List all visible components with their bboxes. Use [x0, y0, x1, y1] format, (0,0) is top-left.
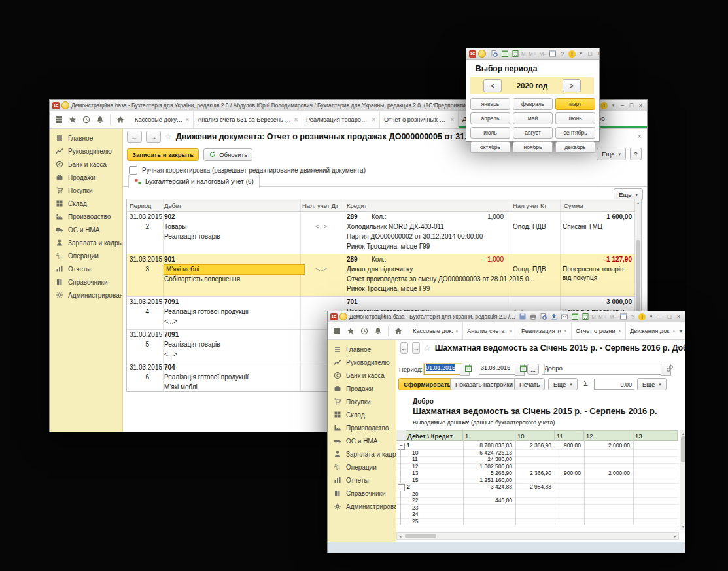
sidebar-item-производство[interactable]: Производство — [328, 421, 396, 434]
tab-overflow-icon[interactable]: ▾ — [677, 328, 685, 334]
date-to-field[interactable]: 31.08.2016 — [479, 364, 517, 375]
grid-icon[interactable] — [333, 327, 341, 335]
memory-buttons[interactable]: M M+ M- — [521, 51, 547, 57]
info-dropdown-icon[interactable]: ▾ — [610, 103, 617, 108]
sidebar-item-руководителю[interactable]: Руководителю — [328, 356, 396, 369]
popup-titlebar[interactable]: 1С Выбор п... (1С:Предприятие) M M+ M-?i… — [466, 48, 599, 60]
tab-4[interactable]: Движения док...× — [626, 322, 677, 339]
close-button[interactable]: × — [675, 313, 682, 320]
tab-2[interactable]: Реализация товаров и услуг× — [302, 111, 380, 128]
scroll-right-icon[interactable]: ► — [672, 534, 678, 538]
quick-menu-icon[interactable] — [339, 313, 347, 320]
titlebar-help-button[interactable]: ? — [559, 50, 566, 57]
tab-close-icon[interactable]: × — [672, 328, 676, 334]
info-dropdown-icon[interactable]: ▾ — [648, 314, 655, 319]
sidebar-item-операции[interactable]: ДтКтОперации — [50, 249, 122, 262]
maximize-button[interactable]: □ — [587, 50, 594, 57]
sidebar-item-администрирование[interactable]: Администрирование — [328, 500, 396, 513]
bell-icon[interactable] — [96, 116, 104, 124]
movement-entry-2[interactable]: 31.03.2015902289Кол.:1,0001 600,002Товар… — [127, 212, 641, 254]
close-button[interactable]: × — [596, 50, 599, 57]
scroll-thumb[interactable] — [405, 534, 436, 538]
more-button[interactable]: Еще▾ — [597, 148, 626, 160]
star-icon[interactable] — [69, 116, 77, 124]
tab-close-icon[interactable]: × — [372, 116, 375, 123]
home-icon[interactable] — [116, 116, 124, 124]
sidebar-item-ос-и-нма[interactable]: ОС и НМА — [50, 223, 122, 236]
date-from-field[interactable]: 01.01.2015 — [424, 364, 462, 375]
close-button[interactable]: × — [637, 102, 644, 109]
calculator-icon[interactable] — [511, 50, 519, 58]
favorite-star-icon[interactable]: ☆ — [424, 343, 431, 353]
form-close-icon[interactable]: × — [676, 343, 680, 351]
history-icon[interactable] — [360, 327, 368, 335]
quick-menu-icon[interactable] — [61, 101, 69, 109]
info-dropdown-icon[interactable]: ▾ — [578, 51, 585, 56]
info-icon[interactable]: i — [600, 102, 608, 109]
chess-col-header-11[interactable]: 11 — [555, 430, 584, 441]
scroll-down-icon[interactable]: ▼ — [680, 525, 685, 528]
calendar-icon[interactable] — [500, 50, 509, 58]
sidebar-item-справочники[interactable]: Справочники — [50, 275, 122, 288]
window-icon[interactable] — [549, 50, 557, 58]
front-titlebar[interactable]: 1С Демонстраційна база - Бухгалтерія для… — [328, 311, 685, 322]
sidebar-item-администрирование[interactable]: Администрирование — [50, 288, 122, 302]
tab-close-icon[interactable]: × — [451, 116, 454, 123]
calendar-icon[interactable] — [570, 313, 579, 320]
chess-col-header-13[interactable]: 13 — [633, 430, 678, 441]
tab-close-icon[interactable]: × — [186, 116, 189, 123]
tab-2[interactable]: Реализация то...× — [517, 322, 572, 339]
save-and-close-button[interactable]: Записать и закрыть — [127, 148, 199, 161]
chess-col-header-1[interactable]: 1 — [463, 430, 515, 441]
selected-cell[interactable]: М'які меблі — [164, 264, 305, 275]
tab-1[interactable]: Анализ счета 631 за Березень 2021 р. Доб… — [194, 111, 302, 128]
generate-button[interactable]: Сформировать — [398, 378, 456, 390]
calendar-icon[interactable] — [515, 364, 525, 376]
form-close-icon[interactable]: × — [638, 132, 642, 140]
month-button-март[interactable]: март — [555, 98, 595, 110]
month-button-январь[interactable]: январь — [470, 98, 510, 110]
organization-combo[interactable]: Добро▾ — [542, 364, 663, 375]
tab-1[interactable]: Анализ счета ...× — [463, 322, 517, 339]
next-year-button[interactable]: > — [563, 79, 581, 92]
info-icon[interactable]: i — [568, 50, 576, 58]
sidebar-item-банк-и-касса[interactable]: Банк и касса — [328, 369, 396, 382]
tab-close-icon[interactable]: × — [294, 116, 298, 123]
window-icon[interactable] — [619, 313, 627, 320]
scroll-up-icon[interactable]: ▲ — [635, 201, 641, 205]
movement-entry-3[interactable]: 31.03.2015901289Кол.:-1,000-1 127,903М'я… — [127, 254, 641, 297]
checkbox-icon[interactable] — [129, 166, 137, 175]
sidebar-item-ос-и-нма[interactable]: ОС и НМА — [328, 434, 396, 447]
month-button-август[interactable]: август — [513, 127, 553, 139]
back-button[interactable]: ← — [400, 342, 408, 354]
forward-button[interactable]: → — [146, 131, 161, 143]
memory-buttons[interactable]: M M+ M- — [591, 314, 617, 320]
tab-close-icon[interactable]: × — [455, 328, 459, 334]
info-icon[interactable]: i — [638, 313, 646, 320]
sidebar-item-руководителю[interactable]: Руководителю — [50, 145, 122, 158]
month-button-сентябрь[interactable]: сентябрь — [555, 127, 595, 139]
grid-icon[interactable] — [55, 116, 63, 124]
print-icon[interactable] — [529, 313, 537, 320]
month-button-май[interactable]: май — [513, 112, 553, 124]
month-button-июнь[interactable]: июнь — [555, 112, 595, 124]
sidebar-item-главное[interactable]: Главное — [50, 131, 122, 145]
vertical-scrollbar[interactable]: ▲▼ — [680, 430, 685, 530]
tab-close-icon[interactable]: × — [564, 328, 567, 334]
sidebar-item-продажи[interactable]: Продажи — [50, 171, 122, 184]
horizontal-scrollbar[interactable]: ◄► — [396, 532, 679, 540]
sidebar-item-зарплата-и-кадры[interactable]: Зарплата и кадры — [50, 236, 122, 249]
preview-icon[interactable] — [490, 50, 498, 58]
sum-sigma-icon[interactable]: Σ — [583, 379, 588, 387]
minimize-button[interactable]: – — [657, 313, 664, 320]
manual-edit-checkbox[interactable]: Ручная корректировка (разрешает редактир… — [129, 166, 366, 175]
titlebar-help-button[interactable]: ? — [629, 313, 636, 320]
sidebar-item-склад[interactable]: Склад — [328, 408, 396, 421]
scroll-thumb[interactable] — [681, 436, 685, 462]
print-button[interactable]: Печать — [514, 378, 545, 390]
sidebar-item-банк-и-касса[interactable]: Банк и касса — [50, 158, 122, 171]
back-button[interactable]: ← — [127, 131, 142, 143]
star-icon[interactable] — [347, 327, 355, 335]
mail-icon[interactable] — [560, 313, 568, 320]
prev-year-button[interactable]: < — [483, 79, 502, 92]
